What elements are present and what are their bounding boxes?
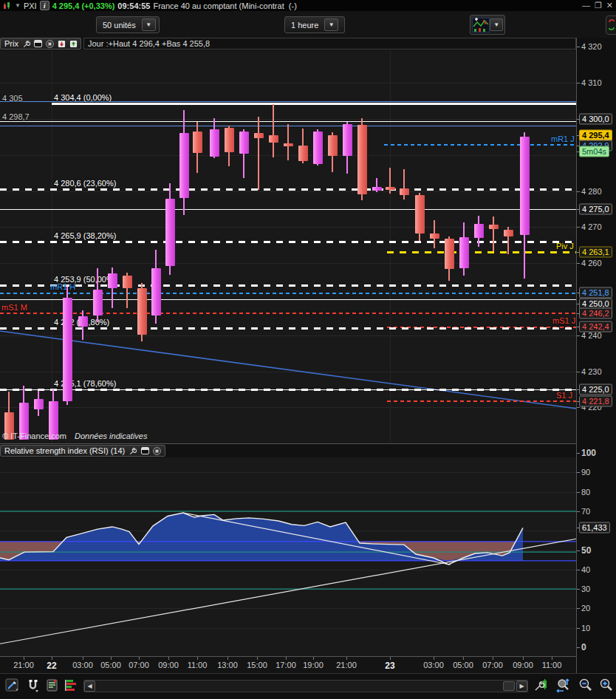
price-axis-label: 4 230	[581, 367, 602, 376]
price-pane-title: Prix	[4, 39, 18, 48]
magnet-tool-button[interactable]	[25, 678, 41, 694]
scrollbar-thumb[interactable]	[503, 681, 515, 691]
units-value: 50 unités	[97, 21, 142, 30]
price-chart[interactable]: 4 304,4 (0,00%)mR1 J4 280,6 (23,60%)4 26…	[0, 50, 576, 443]
fib-level-line[interactable]	[0, 241, 576, 243]
units-dropdown[interactable]: 50 unités ▼	[96, 16, 160, 33]
export-down-icon[interactable]	[58, 39, 66, 48]
side-panel-toggle[interactable]	[606, 16, 616, 35]
notes-button[interactable]	[44, 678, 61, 694]
window-icon[interactable]	[34, 39, 42, 48]
scroll-left-icon[interactable]: ◀	[84, 681, 95, 692]
rsi-axis-label: 100	[581, 448, 596, 458]
axis-tickmark	[577, 389, 580, 390]
time-scrollbar[interactable]: ◀ ▶	[83, 680, 528, 692]
time-tickmark	[227, 657, 228, 660]
time-axis[interactable]: 21:002203:0005:0007:0009:0011:0013:0015:…	[0, 656, 576, 674]
axis-tickmark	[577, 570, 580, 570]
clock: 09:54:55	[117, 1, 150, 10]
fib-level-line[interactable]	[0, 284, 576, 287]
axis-tickmark	[577, 511, 580, 512]
fib-level-line[interactable]	[0, 188, 576, 191]
draw-tool-button[interactable]	[4, 678, 21, 694]
chevron-down-icon[interactable]: ▼	[490, 18, 503, 31]
level-price-label: 4 221,8	[579, 395, 612, 406]
zoom-fit-button[interactable]	[555, 678, 572, 694]
close-button[interactable]: ✕	[606, 1, 613, 10]
axis-tickmark	[577, 372, 580, 372]
candle-countdown: 5m04s	[579, 146, 609, 157]
time-label: 03:00	[423, 661, 444, 669]
level-label: S1 J	[556, 391, 572, 400]
time-tickmark	[493, 657, 493, 660]
timeframe-dropdown[interactable]: 1 heure ▼	[284, 16, 345, 33]
chevron-down-icon[interactable]: ▼	[15, 2, 21, 9]
close-icon[interactable]	[46, 39, 54, 48]
level-line[interactable]	[52, 103, 576, 105]
level-line[interactable]	[0, 121, 576, 122]
level-line[interactable]	[0, 209, 576, 210]
zoom-out-button[interactable]	[578, 678, 594, 694]
candle-body	[34, 399, 44, 409]
level-label: 4 280,6 (23,60%)	[54, 179, 116, 188]
fib-level-line[interactable]	[0, 327, 576, 330]
axis-tickmark	[577, 335, 580, 336]
time-tickmark	[346, 657, 347, 660]
rsi-chart[interactable]	[0, 457, 576, 656]
time-label: 07:00	[482, 661, 503, 669]
copyright-note: Données indicatives	[75, 432, 147, 440]
level-line[interactable]	[0, 389, 576, 390]
axis-tickmark	[577, 47, 580, 47]
price-pane-controls: Prix	[0, 38, 81, 50]
time-tickmark	[257, 657, 258, 660]
rsi-axis-label: 50	[581, 545, 591, 556]
info-icon[interactable]: i	[40, 1, 49, 10]
zoom-in-button[interactable]	[598, 678, 615, 694]
time-tickmark	[286, 657, 287, 660]
wrench-icon[interactable]	[22, 39, 30, 48]
pivot-level-line[interactable]	[387, 400, 576, 402]
wrench-icon[interactable]	[129, 446, 137, 455]
chart-toolbar: 50 unités ▼ 1 heure ▼ ▼	[0, 11, 616, 38]
candle-body	[123, 276, 132, 288]
candle-body	[415, 195, 425, 233]
chart-settings-button[interactable]	[533, 678, 550, 694]
time-label: 09:00	[158, 661, 179, 669]
level-price-label: 4 263,1	[579, 247, 612, 258]
pivot-level-line[interactable]	[0, 313, 576, 314]
copyright: © IT-Finance.com Données indicatives	[2, 432, 147, 440]
level-price-label: 4 225,0	[579, 384, 612, 395]
axis-tickmark	[577, 589, 580, 590]
time-label: 05:00	[100, 661, 121, 669]
price-axis[interactable]: 4 3204 3104 2804 2704 2604 2404 2304 220…	[576, 38, 616, 673]
level-line[interactable]	[0, 299, 576, 300]
candle-body	[269, 135, 278, 143]
chevron-down-icon[interactable]: ▼	[142, 18, 156, 31]
candle-body	[63, 298, 72, 401]
time-label: 21:00	[336, 661, 357, 669]
axis-tickmark	[577, 608, 580, 609]
fib-level-line[interactable]	[387, 251, 576, 253]
time-label: 19:00	[303, 661, 324, 669]
chart-type-button[interactable]: ▼	[470, 15, 505, 35]
window-icon[interactable]	[140, 446, 148, 455]
maximize-button[interactable]: ❐	[595, 1, 602, 10]
candle-body	[445, 239, 454, 269]
time-label: 13:00	[217, 661, 238, 669]
timeframe-value: 1 heure	[285, 21, 324, 30]
level-label: mR1 H	[50, 282, 75, 291]
scroll-right-icon[interactable]: ▶	[516, 681, 527, 692]
pivot-level-line[interactable]	[384, 144, 576, 146]
minimize-button[interactable]: —	[582, 1, 590, 10]
orderbook-button[interactable]	[64, 678, 80, 694]
time-tickmark	[552, 657, 552, 660]
chevron-down-icon[interactable]: ▼	[324, 18, 338, 31]
axis-tickmark	[577, 119, 580, 120]
level-price-label: 4 246,2	[579, 307, 612, 318]
price-axis-label: 4 270	[581, 222, 602, 231]
pivot-level-line[interactable]	[0, 293, 576, 294]
import-up-icon[interactable]	[69, 39, 78, 48]
candle-body	[225, 128, 234, 152]
candle-wick	[273, 104, 274, 157]
close-icon[interactable]	[153, 446, 161, 455]
